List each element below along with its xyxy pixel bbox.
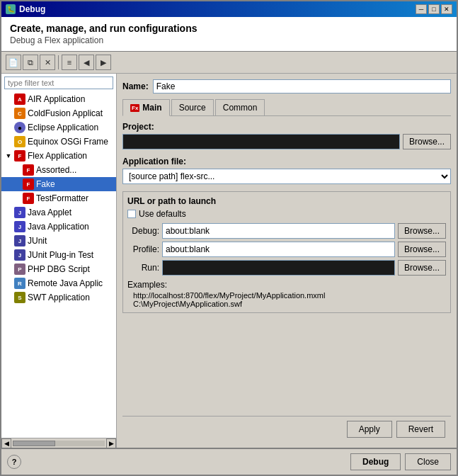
run-browse-button[interactable]: Browse... [398,260,446,276]
app-file-dropdown[interactable]: [source path] flex-src... [122,169,451,184]
php-icon: P [14,264,25,275]
close-button[interactable]: Close [405,453,451,470]
project-label: Project: [122,122,451,132]
tab-main[interactable]: Fx Main [122,99,170,116]
project-input[interactable] [122,134,400,149]
filter-button[interactable]: ≡ [62,55,77,70]
sidebar-item-air[interactable]: A AIR Application [1,92,116,106]
example2-text: C:\MyProject\MyApplication.swf [133,300,446,308]
new-config-button[interactable]: 📄 [6,55,21,70]
sidebar-item-junit[interactable]: J JUnit [1,234,116,248]
toolbar-separator [58,55,59,69]
expander [4,222,13,231]
project-row: Browse... [122,134,451,149]
osgi-label: Equinox OSGi Frame [28,137,108,147]
sidebar-item-assorted[interactable]: F Assorted... [1,163,116,177]
tab-common[interactable]: Common [215,99,265,115]
use-defaults-checkbox[interactable] [127,210,136,218]
form-section: Project: Browse... Application file: [so… [122,122,451,416]
minimize-button[interactable]: ─ [416,4,427,14]
footer-right-buttons: Debug Close [350,453,451,470]
name-label: Name: [122,81,149,91]
right-panel: Name: Fx Main Source Common [117,74,457,448]
project-browse-button[interactable]: Browse... [403,134,451,149]
duplicate-config-button[interactable]: ⧉ [23,55,38,70]
air-icon: A [14,94,25,105]
examples-section: Examples: http://localhost:8700/flex/MyP… [127,280,446,308]
hscroll-right-button[interactable]: ▶ [106,438,116,448]
window-icon: 🐛 [6,4,16,14]
url-group-title: URL or path to launch [127,196,446,206]
expander [4,137,13,146]
expander [4,293,13,302]
cf-label: ColdFusion Applicat [28,108,103,118]
expander [4,251,13,259]
expander [4,279,13,288]
sidebar-item-javaapp[interactable]: J Java Application [1,220,116,234]
apply-button[interactable]: Apply [347,421,392,438]
collapse-button[interactable]: ◀ [79,55,94,70]
use-defaults-label: Use defaults [139,209,186,219]
javaapp-icon: J [14,221,25,232]
javaapplet-icon: J [14,207,25,218]
sidebar-item-php[interactable]: P PHP DBG Script [1,262,116,276]
delete-config-button[interactable]: ✕ [40,55,55,70]
sidebar: A AIR Application C ColdFusion Applicat [1,74,117,448]
debug-row: Debug: Browse... [127,223,446,239]
fake-label: Fake [36,179,55,189]
expander [4,95,13,103]
hscroll-left-button[interactable]: ◀ [1,438,11,448]
sidebar-item-coldfusion[interactable]: C ColdFusion Applicat [1,106,116,120]
tab-source[interactable]: Source [171,99,214,115]
expand-button[interactable]: ▶ [96,55,111,70]
osgi-icon: O [14,136,25,147]
sidebar-item-flex[interactable]: ▼ F Flex Application [1,149,116,163]
eclipse-label: Eclipse Application [28,123,98,132]
junit-icon: J [14,235,25,246]
help-button[interactable]: ? [7,455,21,469]
debug-window: 🐛 Debug ─ □ ✕ Create, manage, and run co… [0,0,458,476]
filter-input[interactable] [4,76,113,89]
main-tab-fx-icon: Fx [130,104,139,112]
sidebar-item-swt[interactable]: S SWT Application [1,290,116,305]
sidebar-tree: A AIR Application C ColdFusion Applicat [1,92,116,438]
revert-button[interactable]: Revert [396,421,445,438]
testformatter-label: TestFormatter [36,193,88,203]
examples-title: Examples: [127,280,446,290]
header-title: Create, manage, and run configurations [10,23,448,34]
junitplugin-icon: J [14,249,25,261]
main-content: A AIR Application C ColdFusion Applicat [1,74,457,448]
header-subtitle: Debug a Flex application [10,35,448,45]
sidebar-item-junitplugin[interactable]: J JUnit Plug-in Test [1,248,116,262]
debug-button[interactable]: Debug [350,453,401,470]
run-label: Run: [127,263,159,273]
sidebar-item-javaapplet[interactable]: J Java Applet [1,205,116,220]
header-area: Create, manage, and run configurations D… [1,17,457,52]
run-input[interactable] [162,260,395,276]
testformatter-icon: F [23,193,34,204]
profile-browse-button[interactable]: Browse... [398,242,446,257]
name-input[interactable] [153,79,451,94]
fake-icon: F [23,178,34,190]
bottom-buttons: Apply Revert [122,416,451,442]
debug-input[interactable] [162,223,395,239]
sidebar-hscroll: ◀ ▶ [1,438,116,448]
maximize-button[interactable]: □ [428,4,440,14]
debug-label: Debug: [127,226,159,236]
hscroll-thumb[interactable] [13,441,55,446]
expander [13,166,21,174]
sidebar-item-osgi[interactable]: O Equinox OSGi Frame [1,135,116,149]
profile-input[interactable] [162,242,395,257]
sidebar-item-fake[interactable]: F Fake [1,177,116,191]
sidebar-item-testformatter[interactable]: F TestFormatter [1,191,116,205]
sidebar-item-remotejava[interactable]: R Remote Java Applic [1,276,116,290]
close-window-button[interactable]: ✕ [441,4,452,14]
assorted-label: Assorted... [36,165,76,175]
junit-label: JUnit [28,236,47,246]
flex-expander[interactable]: ▼ [4,152,13,160]
assorted-icon: F [23,164,34,176]
debug-browse-button[interactable]: Browse... [398,223,446,239]
project-group: Project: Browse... [122,122,451,149]
sidebar-item-eclipse[interactable]: ● Eclipse Application [1,120,116,135]
use-defaults-row: Use defaults [127,209,446,219]
